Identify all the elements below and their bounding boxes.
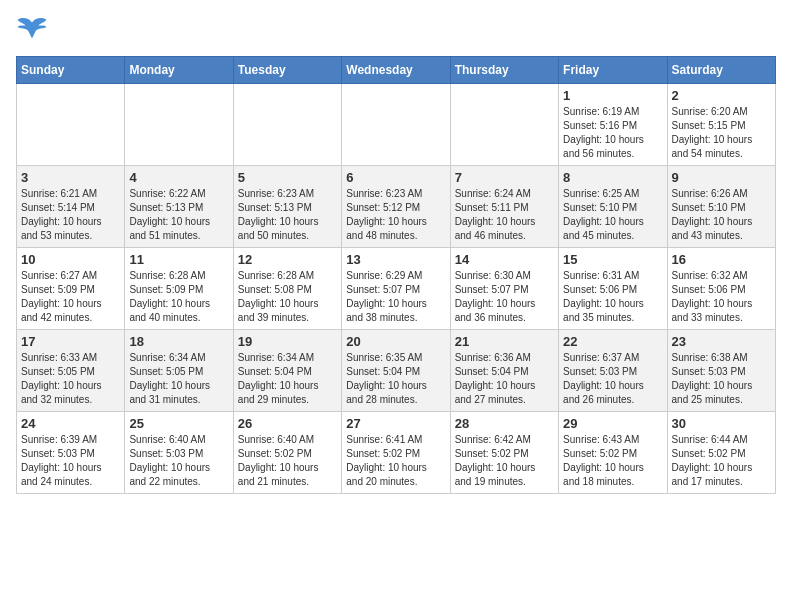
calendar-week-row: 17Sunrise: 6:33 AMSunset: 5:05 PMDayligh… (17, 330, 776, 412)
day-info: Sunrise: 6:42 AMSunset: 5:02 PMDaylight:… (455, 433, 554, 489)
day-number: 24 (21, 416, 120, 431)
day-number: 1 (563, 88, 662, 103)
day-info: Sunrise: 6:36 AMSunset: 5:04 PMDaylight:… (455, 351, 554, 407)
day-number: 21 (455, 334, 554, 349)
day-info: Sunrise: 6:34 AMSunset: 5:04 PMDaylight:… (238, 351, 337, 407)
day-number: 17 (21, 334, 120, 349)
calendar-header-row: SundayMondayTuesdayWednesdayThursdayFrid… (17, 57, 776, 84)
day-info: Sunrise: 6:41 AMSunset: 5:02 PMDaylight:… (346, 433, 445, 489)
day-number: 13 (346, 252, 445, 267)
calendar-table: SundayMondayTuesdayWednesdayThursdayFrid… (16, 56, 776, 494)
day-info: Sunrise: 6:44 AMSunset: 5:02 PMDaylight:… (672, 433, 771, 489)
day-number: 11 (129, 252, 228, 267)
day-number: 9 (672, 170, 771, 185)
day-info: Sunrise: 6:20 AMSunset: 5:15 PMDaylight:… (672, 105, 771, 161)
calendar-day-cell: 4Sunrise: 6:22 AMSunset: 5:13 PMDaylight… (125, 166, 233, 248)
day-number: 26 (238, 416, 337, 431)
day-info: Sunrise: 6:25 AMSunset: 5:10 PMDaylight:… (563, 187, 662, 243)
day-number: 28 (455, 416, 554, 431)
day-info: Sunrise: 6:24 AMSunset: 5:11 PMDaylight:… (455, 187, 554, 243)
weekday-header: Wednesday (342, 57, 450, 84)
day-number: 12 (238, 252, 337, 267)
calendar-day-cell: 18Sunrise: 6:34 AMSunset: 5:05 PMDayligh… (125, 330, 233, 412)
weekday-header: Saturday (667, 57, 775, 84)
calendar-day-cell: 2Sunrise: 6:20 AMSunset: 5:15 PMDaylight… (667, 84, 775, 166)
day-info: Sunrise: 6:26 AMSunset: 5:10 PMDaylight:… (672, 187, 771, 243)
day-info: Sunrise: 6:22 AMSunset: 5:13 PMDaylight:… (129, 187, 228, 243)
calendar-day-cell: 3Sunrise: 6:21 AMSunset: 5:14 PMDaylight… (17, 166, 125, 248)
day-number: 27 (346, 416, 445, 431)
day-info: Sunrise: 6:32 AMSunset: 5:06 PMDaylight:… (672, 269, 771, 325)
day-number: 3 (21, 170, 120, 185)
calendar-week-row: 1Sunrise: 6:19 AMSunset: 5:16 PMDaylight… (17, 84, 776, 166)
day-info: Sunrise: 6:35 AMSunset: 5:04 PMDaylight:… (346, 351, 445, 407)
day-info: Sunrise: 6:31 AMSunset: 5:06 PMDaylight:… (563, 269, 662, 325)
calendar-day-cell: 5Sunrise: 6:23 AMSunset: 5:13 PMDaylight… (233, 166, 341, 248)
calendar-empty-cell (450, 84, 558, 166)
weekday-header: Sunday (17, 57, 125, 84)
day-info: Sunrise: 6:40 AMSunset: 5:02 PMDaylight:… (238, 433, 337, 489)
calendar-empty-cell (233, 84, 341, 166)
day-number: 15 (563, 252, 662, 267)
calendar-day-cell: 28Sunrise: 6:42 AMSunset: 5:02 PMDayligh… (450, 412, 558, 494)
day-number: 2 (672, 88, 771, 103)
day-number: 8 (563, 170, 662, 185)
calendar-week-row: 3Sunrise: 6:21 AMSunset: 5:14 PMDaylight… (17, 166, 776, 248)
weekday-header: Friday (559, 57, 667, 84)
day-number: 29 (563, 416, 662, 431)
day-number: 10 (21, 252, 120, 267)
calendar-day-cell: 6Sunrise: 6:23 AMSunset: 5:12 PMDaylight… (342, 166, 450, 248)
calendar-day-cell: 12Sunrise: 6:28 AMSunset: 5:08 PMDayligh… (233, 248, 341, 330)
calendar-day-cell: 26Sunrise: 6:40 AMSunset: 5:02 PMDayligh… (233, 412, 341, 494)
day-number: 20 (346, 334, 445, 349)
day-info: Sunrise: 6:30 AMSunset: 5:07 PMDaylight:… (455, 269, 554, 325)
calendar-day-cell: 13Sunrise: 6:29 AMSunset: 5:07 PMDayligh… (342, 248, 450, 330)
calendar-week-row: 24Sunrise: 6:39 AMSunset: 5:03 PMDayligh… (17, 412, 776, 494)
day-info: Sunrise: 6:27 AMSunset: 5:09 PMDaylight:… (21, 269, 120, 325)
day-info: Sunrise: 6:29 AMSunset: 5:07 PMDaylight:… (346, 269, 445, 325)
day-info: Sunrise: 6:23 AMSunset: 5:13 PMDaylight:… (238, 187, 337, 243)
calendar-day-cell: 22Sunrise: 6:37 AMSunset: 5:03 PMDayligh… (559, 330, 667, 412)
day-number: 14 (455, 252, 554, 267)
day-number: 23 (672, 334, 771, 349)
day-info: Sunrise: 6:39 AMSunset: 5:03 PMDaylight:… (21, 433, 120, 489)
calendar-day-cell: 29Sunrise: 6:43 AMSunset: 5:02 PMDayligh… (559, 412, 667, 494)
weekday-header: Monday (125, 57, 233, 84)
day-info: Sunrise: 6:19 AMSunset: 5:16 PMDaylight:… (563, 105, 662, 161)
day-info: Sunrise: 6:40 AMSunset: 5:03 PMDaylight:… (129, 433, 228, 489)
day-number: 18 (129, 334, 228, 349)
day-number: 25 (129, 416, 228, 431)
calendar-day-cell: 15Sunrise: 6:31 AMSunset: 5:06 PMDayligh… (559, 248, 667, 330)
calendar-day-cell: 7Sunrise: 6:24 AMSunset: 5:11 PMDaylight… (450, 166, 558, 248)
calendar-day-cell: 30Sunrise: 6:44 AMSunset: 5:02 PMDayligh… (667, 412, 775, 494)
day-number: 30 (672, 416, 771, 431)
weekday-header: Tuesday (233, 57, 341, 84)
calendar-day-cell: 21Sunrise: 6:36 AMSunset: 5:04 PMDayligh… (450, 330, 558, 412)
day-info: Sunrise: 6:43 AMSunset: 5:02 PMDaylight:… (563, 433, 662, 489)
logo (16, 16, 52, 44)
day-number: 22 (563, 334, 662, 349)
page-header (16, 16, 776, 44)
logo-bird-icon (16, 16, 48, 44)
day-info: Sunrise: 6:28 AMSunset: 5:09 PMDaylight:… (129, 269, 228, 325)
calendar-day-cell: 11Sunrise: 6:28 AMSunset: 5:09 PMDayligh… (125, 248, 233, 330)
weekday-header: Thursday (450, 57, 558, 84)
day-number: 7 (455, 170, 554, 185)
calendar-day-cell: 20Sunrise: 6:35 AMSunset: 5:04 PMDayligh… (342, 330, 450, 412)
day-info: Sunrise: 6:21 AMSunset: 5:14 PMDaylight:… (21, 187, 120, 243)
day-number: 4 (129, 170, 228, 185)
calendar-day-cell: 9Sunrise: 6:26 AMSunset: 5:10 PMDaylight… (667, 166, 775, 248)
calendar-week-row: 10Sunrise: 6:27 AMSunset: 5:09 PMDayligh… (17, 248, 776, 330)
calendar-empty-cell (125, 84, 233, 166)
calendar-day-cell: 19Sunrise: 6:34 AMSunset: 5:04 PMDayligh… (233, 330, 341, 412)
calendar-day-cell: 10Sunrise: 6:27 AMSunset: 5:09 PMDayligh… (17, 248, 125, 330)
calendar-day-cell: 8Sunrise: 6:25 AMSunset: 5:10 PMDaylight… (559, 166, 667, 248)
calendar-day-cell: 16Sunrise: 6:32 AMSunset: 5:06 PMDayligh… (667, 248, 775, 330)
day-info: Sunrise: 6:28 AMSunset: 5:08 PMDaylight:… (238, 269, 337, 325)
calendar-day-cell: 25Sunrise: 6:40 AMSunset: 5:03 PMDayligh… (125, 412, 233, 494)
day-number: 16 (672, 252, 771, 267)
calendar-day-cell: 1Sunrise: 6:19 AMSunset: 5:16 PMDaylight… (559, 84, 667, 166)
day-info: Sunrise: 6:38 AMSunset: 5:03 PMDaylight:… (672, 351, 771, 407)
day-number: 5 (238, 170, 337, 185)
calendar-day-cell: 23Sunrise: 6:38 AMSunset: 5:03 PMDayligh… (667, 330, 775, 412)
